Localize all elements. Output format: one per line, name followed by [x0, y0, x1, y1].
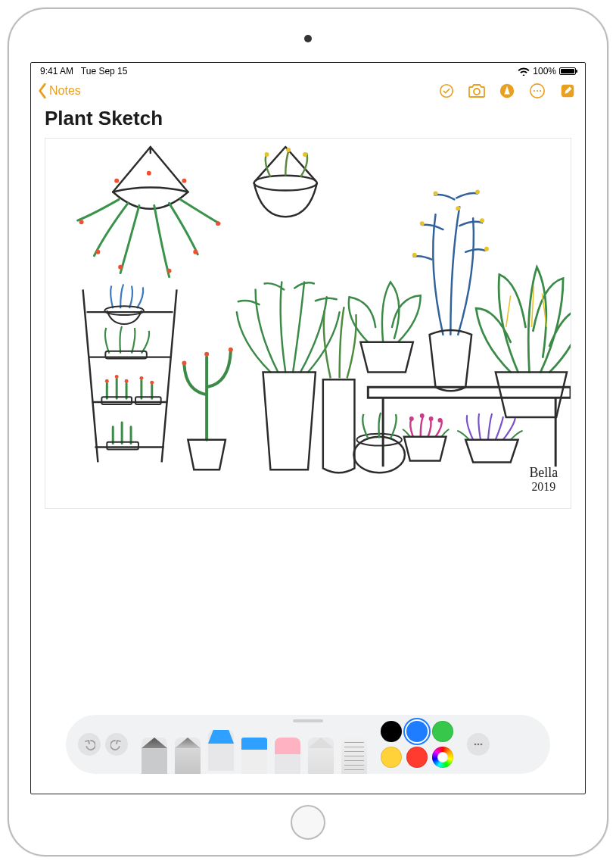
drawing-canvas[interactable]: Bella 2019: [45, 138, 571, 509]
status-time: 9:41 AM: [40, 66, 73, 76]
svg-point-35: [484, 247, 489, 251]
pen-tool[interactable]: [142, 738, 167, 774]
status-left: 9:41 AM Tue Sep 15: [40, 66, 127, 76]
svg-point-24: [115, 375, 119, 379]
svg-point-16: [182, 179, 186, 183]
svg-point-8: [95, 250, 100, 254]
svg-point-50: [481, 744, 483, 746]
svg-point-38: [434, 192, 438, 196]
note-title: Plant Sketch: [31, 105, 585, 138]
more-tools-button[interactable]: [467, 733, 490, 756]
nav-bar: Notes: [31, 80, 585, 105]
battery-percent: 100%: [533, 66, 556, 76]
svg-point-21: [104, 306, 144, 315]
color-blue[interactable]: [406, 721, 428, 742]
ruler-tool[interactable]: [341, 738, 367, 774]
status-right: 100%: [518, 66, 576, 76]
svg-point-34: [412, 253, 417, 257]
eraser-tool[interactable]: [275, 738, 300, 774]
screen: 9:41 AM Tue Sep 15 100% Notes: [30, 62, 586, 794]
svg-point-14: [147, 171, 151, 176]
svg-point-19: [286, 148, 291, 152]
svg-point-36: [420, 221, 425, 226]
svg-point-42: [420, 413, 425, 418]
compose-button[interactable]: [558, 81, 577, 101]
sketch-signature: Bella: [529, 465, 558, 480]
plant-sketch-drawing: Bella 2019: [45, 139, 571, 508]
svg-point-40: [456, 206, 460, 211]
checklist-button[interactable]: [437, 81, 456, 101]
more-button[interactable]: [527, 81, 547, 101]
svg-point-23: [105, 379, 109, 383]
markup-button[interactable]: [497, 81, 517, 101]
pencil-tool[interactable]: [175, 738, 201, 774]
back-label: Notes: [49, 84, 81, 98]
svg-point-41: [409, 416, 414, 421]
svg-point-17: [254, 176, 317, 191]
camera-button[interactable]: [467, 81, 487, 101]
color-red[interactable]: [406, 747, 428, 768]
ipad-device-frame: 9:41 AM Tue Sep 15 100% Notes: [8, 8, 608, 856]
svg-point-33: [229, 348, 233, 352]
svg-point-18: [264, 152, 269, 157]
toolbar-drag-handle[interactable]: [293, 719, 323, 722]
svg-point-43: [429, 416, 434, 421]
wifi-icon: [518, 67, 530, 76]
svg-point-20: [303, 152, 307, 157]
svg-point-48: [474, 744, 477, 746]
svg-point-4: [534, 90, 535, 92]
svg-point-31: [204, 352, 209, 357]
svg-point-11: [193, 250, 198, 254]
svg-point-9: [118, 265, 123, 270]
color-palette: [381, 721, 453, 768]
svg-point-27: [150, 381, 154, 385]
highlighter-tool[interactable]: [241, 738, 267, 774]
color-green[interactable]: [432, 721, 453, 742]
svg-point-45: [353, 437, 404, 473]
markup-toolbar: [66, 715, 550, 774]
color-yellow[interactable]: [381, 747, 402, 768]
status-bar: 9:41 AM Tue Sep 15 100%: [31, 63, 585, 80]
svg-point-39: [475, 190, 480, 195]
redo-button[interactable]: [105, 733, 128, 756]
status-date: Tue Sep 15: [81, 66, 128, 76]
color-picker-button[interactable]: [432, 747, 453, 768]
svg-point-37: [480, 218, 484, 223]
back-button[interactable]: Notes: [36, 83, 81, 99]
svg-point-6: [540, 90, 541, 92]
svg-point-13: [216, 221, 220, 226]
svg-point-10: [167, 269, 172, 273]
marker-tool[interactable]: [208, 730, 234, 771]
tool-tray: [142, 715, 367, 774]
svg-point-25: [125, 379, 129, 383]
undo-button[interactable]: [78, 733, 101, 756]
front-camera: [304, 35, 312, 42]
chevron-left-icon: [36, 83, 49, 99]
battery-icon: [559, 67, 576, 75]
svg-point-1: [474, 89, 480, 95]
color-black[interactable]: [381, 721, 402, 742]
svg-point-49: [478, 744, 480, 746]
nav-actions: [437, 81, 577, 101]
svg-point-5: [537, 90, 538, 92]
home-button[interactable]: [291, 805, 325, 840]
lasso-tool[interactable]: [308, 738, 334, 774]
svg-point-32: [182, 361, 186, 366]
svg-point-0: [440, 85, 453, 98]
svg-point-15: [114, 179, 119, 183]
svg-point-12: [79, 220, 84, 224]
svg-text:2019: 2019: [531, 480, 555, 493]
svg-point-44: [438, 418, 443, 423]
svg-point-26: [139, 376, 143, 380]
svg-rect-29: [135, 397, 161, 404]
